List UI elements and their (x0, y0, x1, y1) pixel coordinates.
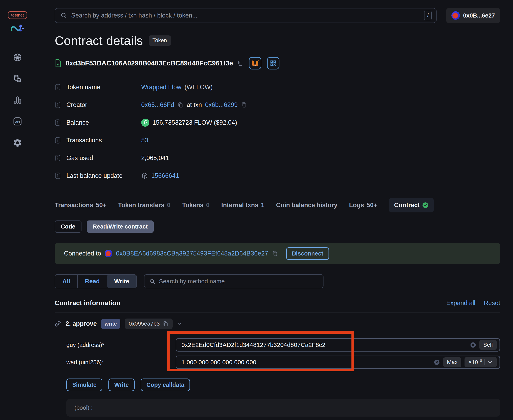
copy-address-icon[interactable] (237, 60, 243, 66)
network-badge: testnet (8, 11, 27, 19)
tab-tokens[interactable]: Tokens0 (182, 202, 209, 209)
creation-txn-link[interactable]: 0x6b...6299 (205, 101, 238, 109)
info-row-gas-used: Gas used 2,065,041 (55, 149, 500, 167)
info-row-last-balance-update: Last balance update 15666641 (55, 167, 500, 185)
copy-calldata-button[interactable]: Copy calldata (141, 379, 190, 391)
verified-contract-icon (55, 59, 62, 67)
page-title: Contract details (55, 33, 143, 48)
method-search-placeholder: Search by method name (159, 278, 225, 285)
wallet-button[interactable]: 0x0B...6e27 (446, 8, 500, 23)
detail-tabs: Transactions50+ Token transfers0 Tokens0… (55, 198, 500, 212)
gas-used-value: 2,065,041 (141, 154, 500, 162)
max-button[interactable]: Max (443, 357, 462, 367)
token-symbol: (WFLOW) (184, 83, 213, 91)
connected-banner: Connected to 0x0B8EA6d6983cCBa39275493FE… (55, 243, 500, 264)
info-hint-icon (55, 172, 66, 179)
chevron-down-icon[interactable] (177, 321, 183, 327)
method-search-input[interactable]: Search by method name (144, 274, 323, 288)
tab-contract[interactable]: Contract (389, 198, 434, 212)
search-icon (60, 12, 67, 19)
multiplier-dropdown[interactable]: ×1018 (464, 357, 497, 367)
divider (484, 359, 485, 365)
field-row-wad: wad (uint256)* 1 000 000 000 000 000 000… (66, 356, 500, 369)
info-hint-icon (55, 101, 66, 108)
section-divider (55, 312, 500, 313)
expand-all-link[interactable]: Expand all (446, 300, 475, 307)
copy-creator-icon[interactable] (177, 102, 183, 108)
reset-link[interactable]: Reset (484, 300, 500, 307)
copy-txn-icon[interactable] (241, 102, 247, 108)
connected-address-link[interactable]: 0x0B8EA6d6983cCBa39275493FEf648a2D64B36e… (116, 250, 268, 257)
disconnect-button[interactable]: Disconnect (286, 247, 329, 260)
tab-coin-balance-history[interactable]: Coin balance history (276, 202, 337, 209)
qr-code-button[interactable] (267, 57, 279, 69)
info-hint-icon (55, 119, 66, 126)
connected-wallet-avatar (105, 250, 112, 257)
method-selector: 0x095ea7b3 (129, 321, 160, 327)
method-filter-segmented-control: All Read Write (55, 274, 137, 288)
clear-input-icon[interactable] (470, 342, 476, 348)
contract-address: 0xd3bF53DAC106A0290B0483EcBC89d40FcC961f… (66, 60, 233, 67)
simulate-button[interactable]: Simulate (66, 379, 103, 391)
app-logo[interactable] (10, 23, 25, 33)
chevron-down-icon (487, 360, 493, 365)
wad-uint256-input[interactable]: 1 000 000 000 000 000 000 Max ×1018 (176, 356, 500, 369)
code-tab-button[interactable]: Code (55, 220, 81, 233)
wallet-address-short: 0x0B...6e27 (463, 12, 495, 19)
filter-all[interactable]: All (55, 275, 77, 288)
metamask-button[interactable] (249, 57, 261, 69)
sidebar: testnet (0, 0, 35, 420)
globe-icon[interactable] (13, 53, 22, 62)
token-name-link[interactable]: Wrapped Flow (141, 83, 181, 91)
field-row-guy: guy (address)* 0x2E2Ed0Cfd3AD2f1d3448127… (66, 338, 500, 352)
clear-input-icon[interactable] (434, 359, 440, 365)
method-name: approve (73, 320, 97, 327)
transactions-count-link[interactable]: 53 (141, 137, 148, 144)
method-index: 2. (66, 320, 71, 327)
flow-token-icon (141, 119, 149, 127)
creator-address-link[interactable]: 0x65...66Fd (141, 101, 174, 109)
info-hint-icon (55, 155, 66, 161)
guy-field-label: guy (address)* (66, 342, 176, 348)
global-search-input[interactable]: Search by address / txn hash / block / t… (55, 8, 437, 23)
info-row-token-name: Token name Wrapped Flow (WFLOW) (55, 78, 500, 96)
guy-address-input[interactable]: 0x2E2Ed0Cfd3AD2f1d34481277b3204d807Ca2F8… (176, 338, 500, 352)
filter-read[interactable]: Read (77, 275, 107, 288)
global-search-placeholder: Search by address / txn hash / block / t… (71, 12, 420, 19)
tokens-icon[interactable] (13, 74, 22, 83)
filter-write[interactable]: Write (107, 275, 136, 288)
token-type-badge: Token (149, 35, 171, 46)
contract-info-table: Token name Wrapped Flow (WFLOW) Creator … (55, 78, 500, 185)
copy-selector-icon[interactable] (162, 321, 169, 327)
search-shortcut-key: / (424, 11, 432, 20)
copy-connected-address-icon[interactable] (272, 250, 278, 256)
tab-internal-txns[interactable]: Internal txns1 (221, 202, 264, 209)
write-button[interactable]: Write (109, 379, 135, 391)
svg-text:API: API (15, 120, 20, 123)
read-write-contract-tab-button[interactable]: Read/Write contract (87, 220, 154, 233)
tab-token-transfers[interactable]: Token transfers0 (118, 202, 171, 209)
method-approve-header[interactable]: 2. approve write 0x095ea7b3 (55, 319, 500, 329)
info-row-creator: Creator 0x65...66Fd at txn 0x6b...6299 (55, 96, 500, 114)
tab-logs[interactable]: Logs50+ (349, 202, 377, 209)
info-hint-icon (55, 84, 66, 90)
anchor-link-icon[interactable] (55, 321, 61, 327)
at-txn-label: at txn (187, 101, 202, 109)
api-icon[interactable]: API (13, 117, 22, 126)
method-selector-pill: 0x095ea7b3 (125, 319, 173, 329)
last-balance-block-link[interactable]: 15666641 (151, 172, 179, 180)
wad-value[interactable]: 1 000 000 000 000 000 000 (182, 359, 431, 366)
method-output-panel: (bool) : (66, 399, 500, 417)
info-row-transactions: Transactions 53 (55, 131, 500, 149)
verified-check-icon (422, 202, 428, 208)
balance-value: 156.73532723 FLOW ($92.04) (153, 119, 237, 126)
contract-information-title: Contract information (55, 299, 120, 307)
settings-icon[interactable] (13, 138, 22, 147)
stats-icon[interactable] (13, 95, 22, 105)
connected-to-label: Connected to (64, 250, 101, 257)
block-cube-icon (141, 172, 148, 179)
main-content: Search by address / txn hash / block / t… (35, 0, 513, 420)
guy-address-value[interactable]: 0x2E2Ed0Cfd3AD2f1d34481277b3204d807Ca2F8… (182, 341, 467, 348)
tab-transactions[interactable]: Transactions50+ (55, 202, 106, 209)
self-button[interactable]: Self (479, 340, 497, 350)
